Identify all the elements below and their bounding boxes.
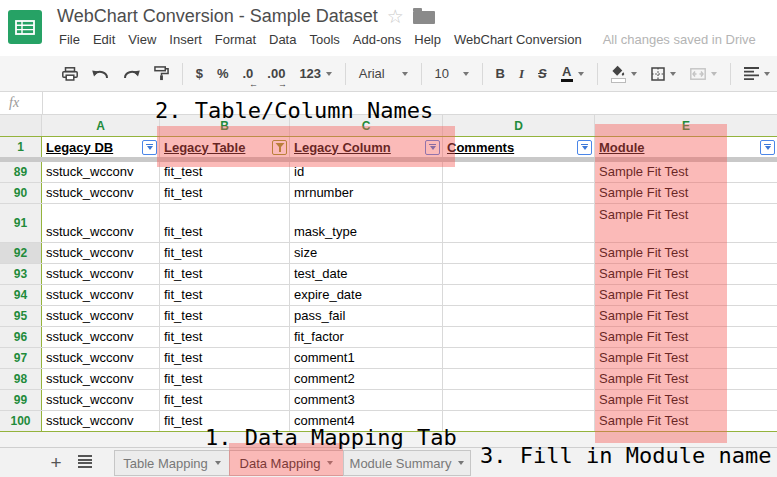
currency-format-button[interactable]: $ bbox=[189, 62, 210, 86]
cell[interactable]: fit_test bbox=[160, 243, 290, 263]
filter-dropdown-icon[interactable] bbox=[577, 140, 592, 155]
cell[interactable]: fit_test bbox=[160, 369, 290, 389]
cell[interactable] bbox=[443, 369, 595, 389]
all-sheets-icon[interactable] bbox=[78, 455, 92, 468]
row-number[interactable]: 93 bbox=[0, 264, 42, 284]
more-formats-dropdown[interactable]: 123 bbox=[292, 62, 339, 86]
cell[interactable]: pass_fail bbox=[290, 306, 443, 326]
column-header-a[interactable]: A bbox=[42, 115, 160, 136]
menu-webchart-conversion[interactable]: WebChart Conversion bbox=[454, 32, 582, 47]
cell[interactable] bbox=[443, 285, 595, 305]
row-number[interactable]: 96 bbox=[0, 327, 42, 347]
cell[interactable] bbox=[443, 411, 595, 431]
menu-view[interactable]: View bbox=[128, 32, 156, 47]
cell[interactable] bbox=[443, 348, 595, 368]
menu-data[interactable]: Data bbox=[269, 32, 296, 47]
cell[interactable] bbox=[443, 183, 595, 203]
menu-add-ons[interactable]: Add-ons bbox=[353, 32, 401, 47]
cell[interactable]: mask_type bbox=[290, 204, 443, 242]
cell[interactable] bbox=[443, 306, 595, 326]
cell[interactable]: sstuck_wcconv bbox=[42, 411, 160, 431]
cell[interactable]: fit_test bbox=[160, 348, 290, 368]
cell[interactable]: sstuck_wcconv bbox=[42, 243, 160, 263]
row-number[interactable]: 97 bbox=[0, 348, 42, 368]
cell[interactable] bbox=[443, 264, 595, 284]
cell[interactable]: fit_test bbox=[160, 390, 290, 410]
font-size-dropdown[interactable]: 10 bbox=[427, 62, 475, 86]
cell[interactable]: fit_test bbox=[160, 285, 290, 305]
star-icon[interactable]: ☆ bbox=[387, 7, 404, 26]
cell[interactable] bbox=[443, 327, 595, 347]
row-number[interactable]: 100 bbox=[0, 411, 42, 431]
cell[interactable]: sstuck_wcconv bbox=[42, 348, 160, 368]
menu-help[interactable]: Help bbox=[414, 32, 441, 47]
cell[interactable]: sstuck_wcconv bbox=[42, 264, 160, 284]
row-number[interactable]: 90 bbox=[0, 183, 42, 203]
italic-button[interactable]: I bbox=[512, 62, 531, 86]
percent-format-button[interactable]: % bbox=[210, 62, 236, 86]
row-number[interactable]: 1 bbox=[0, 137, 42, 157]
cell[interactable]: comment3 bbox=[290, 390, 443, 410]
cell[interactable]: fit_factor bbox=[290, 327, 443, 347]
fill-color-button[interactable] bbox=[603, 62, 644, 86]
row-number[interactable]: 94 bbox=[0, 285, 42, 305]
cell[interactable]: mrnumber bbox=[290, 183, 443, 203]
horizontal-align-dropdown[interactable] bbox=[737, 62, 777, 86]
cell[interactable]: fit_test bbox=[160, 183, 290, 203]
row-number[interactable]: 89 bbox=[0, 162, 42, 182]
sheets-logo-icon[interactable] bbox=[8, 10, 42, 44]
undo-button[interactable] bbox=[85, 62, 116, 86]
row-number[interactable]: 99 bbox=[0, 390, 42, 410]
text-color-button[interactable]: A bbox=[554, 62, 591, 86]
cell[interactable]: sstuck_wcconv bbox=[42, 204, 160, 242]
menu-format[interactable]: Format bbox=[215, 32, 256, 47]
strikethrough-button[interactable]: S bbox=[531, 62, 554, 86]
borders-button[interactable] bbox=[644, 62, 683, 86]
cell[interactable] bbox=[443, 243, 595, 263]
cell[interactable]: fit_test bbox=[160, 264, 290, 284]
cell[interactable]: sstuck_wcconv bbox=[42, 327, 160, 347]
tab-table-mapping[interactable]: Table Mapping bbox=[114, 450, 230, 476]
cell[interactable]: comment1 bbox=[290, 348, 443, 368]
row-number[interactable]: 92 bbox=[0, 243, 42, 263]
menu-file[interactable]: File bbox=[59, 32, 80, 47]
font-family-dropdown[interactable]: Arial bbox=[352, 62, 415, 86]
folder-icon[interactable] bbox=[413, 11, 435, 24]
add-sheet-button[interactable]: + bbox=[44, 451, 68, 475]
cell[interactable]: fit_test bbox=[160, 327, 290, 347]
menu-insert[interactable]: Insert bbox=[169, 32, 202, 47]
cell[interactable] bbox=[443, 162, 595, 182]
redo-button[interactable] bbox=[116, 62, 147, 86]
paint-format-button[interactable] bbox=[147, 62, 176, 86]
cell[interactable]: sstuck_wcconv bbox=[42, 306, 160, 326]
cell[interactable]: fit_test bbox=[160, 306, 290, 326]
cell[interactable]: sstuck_wcconv bbox=[42, 183, 160, 203]
cell-header-comments[interactable]: Comments bbox=[443, 137, 595, 157]
cell[interactable]: sstuck_wcconv bbox=[42, 390, 160, 410]
filter-dropdown-icon[interactable] bbox=[760, 140, 775, 155]
cell[interactable]: sstuck_wcconv bbox=[42, 162, 160, 182]
tab-module-summary[interactable]: Module Summary bbox=[343, 450, 471, 476]
increase-decimals-button[interactable]: .00→ bbox=[260, 62, 292, 86]
select-all-corner[interactable] bbox=[0, 115, 42, 136]
cell[interactable]: fit_test bbox=[160, 204, 290, 242]
print-button[interactable] bbox=[55, 62, 85, 86]
decrease-decimals-button[interactable]: .0← bbox=[235, 62, 260, 86]
menu-tools[interactable]: Tools bbox=[309, 32, 339, 47]
column-header-d[interactable]: D bbox=[443, 115, 595, 136]
cell[interactable] bbox=[443, 390, 595, 410]
menu-edit[interactable]: Edit bbox=[93, 32, 115, 47]
cell[interactable]: size bbox=[290, 243, 443, 263]
row-number[interactable]: 95 bbox=[0, 306, 42, 326]
cell[interactable]: comment2 bbox=[290, 369, 443, 389]
cell[interactable]: expire_date bbox=[290, 285, 443, 305]
cell[interactable] bbox=[443, 204, 595, 242]
row-number[interactable]: 91 bbox=[0, 204, 42, 242]
row-number[interactable]: 98 bbox=[0, 369, 42, 389]
cell[interactable]: sstuck_wcconv bbox=[42, 369, 160, 389]
bold-button[interactable]: B bbox=[489, 62, 512, 86]
document-title[interactable]: WebChart Conversion - Sample Dataset bbox=[57, 6, 378, 27]
cell-header-legacy-db[interactable]: Legacy DB bbox=[42, 137, 160, 157]
cell[interactable]: sstuck_wcconv bbox=[42, 285, 160, 305]
filter-dropdown-icon[interactable] bbox=[142, 140, 157, 155]
